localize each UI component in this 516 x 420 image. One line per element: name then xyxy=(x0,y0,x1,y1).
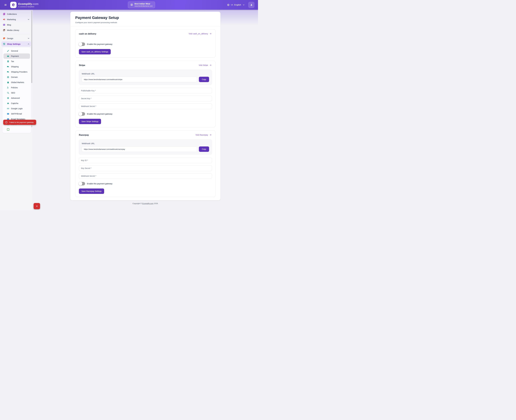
sidebar-item-label: Shipping xyxy=(11,66,19,68)
secret-key-input[interactable] xyxy=(79,96,212,101)
sidebar-item-seo[interactable]: SEO xyxy=(3,90,30,95)
enable-gateway-row: Enable this payment gateway xyxy=(79,42,112,46)
gateway-card-razorpay: Razorpay Visit Razorpay Webhook URL Copy xyxy=(75,130,216,197)
sidebar-item-media-library[interactable]: Media Library xyxy=(1,27,31,33)
square-outline-icon xyxy=(7,128,9,131)
scroll-down-arrow-icon[interactable] xyxy=(31,126,32,127)
chevron-down-icon xyxy=(27,37,30,39)
save-gateway-button[interactable]: Save Razorpay Settings xyxy=(79,188,104,194)
globe-icon xyxy=(7,76,9,78)
webhook-box: Webhook URL Copy xyxy=(79,70,212,85)
sidebar-item-label: Blog xyxy=(7,24,11,26)
store-badge[interactable]: Best Indian Wear www.bestindianwear.com xyxy=(128,1,155,8)
robot-icon xyxy=(7,102,9,105)
sidebar-item-label: Global Markets xyxy=(11,81,24,83)
enable-gateway-toggle[interactable] xyxy=(79,112,85,116)
copyright-suffix: 2026. xyxy=(153,202,158,204)
sidebar-item-marketing[interactable]: Marketing xyxy=(1,17,31,22)
webhook-url-input[interactable] xyxy=(82,77,197,82)
sidebar-item-advanced[interactable]: Advanced xyxy=(3,95,30,101)
sidebar-item-general[interactable]: General xyxy=(3,48,30,53)
sidebar-item-smtp-email[interactable]: SMTP/Email xyxy=(3,111,30,116)
sidebar-item-label: SMTP/Email xyxy=(11,113,22,115)
webhook-secret-input[interactable] xyxy=(79,104,212,109)
footer-brand-link[interactable]: Ecomplify.com xyxy=(142,202,153,204)
enable-gateway-toggle[interactable] xyxy=(79,42,85,46)
sidebar-item-label: Media Library xyxy=(7,29,19,31)
sidebar-item-shop-settings[interactable]: Shop Settings xyxy=(1,41,31,47)
chevron-down-icon xyxy=(242,3,245,6)
visit-gateway-link[interactable]: Visit cash_on_delivery xyxy=(189,32,212,35)
sidebar-item-label: Design xyxy=(7,37,13,39)
toast-close-button[interactable] xyxy=(34,203,40,209)
sidebar-item-google-login[interactable]: Google Login xyxy=(3,106,30,111)
language-label: English xyxy=(234,4,241,6)
sidebar-item-label: General xyxy=(11,50,18,52)
footer: Copyright © Ecomplify.com 2026. xyxy=(33,202,258,206)
sidebar-item-blog[interactable]: Blog xyxy=(1,22,31,27)
avatar[interactable] xyxy=(248,2,254,8)
megaphone-icon xyxy=(3,18,5,21)
credit-card-icon xyxy=(7,55,9,58)
brand: e Ecomplify.com E-commerce Simplified xyxy=(10,2,38,8)
enable-gateway-toggle[interactable] xyxy=(79,182,85,186)
brand-name: Ecomplify.com xyxy=(18,2,38,6)
enable-gateway-label: Enable this payment gateway xyxy=(87,43,112,45)
sidebar-item-global-markets[interactable]: Global Markets xyxy=(3,80,30,85)
store-url: www.bestindianwear.com xyxy=(135,5,153,7)
sidebar-item-payment[interactable]: Payment xyxy=(3,53,30,59)
sidebar-item-collections[interactable]: Collections xyxy=(1,11,31,17)
gateway-title: cash on delivery xyxy=(79,32,96,35)
copy-button[interactable]: Copy xyxy=(199,77,209,82)
alert-icon xyxy=(5,121,8,124)
sidebar-item-label: Shop Settings xyxy=(7,43,21,45)
gateway-title: Razorpay xyxy=(79,134,89,136)
enable-gateway-label: Enable this payment gateway xyxy=(87,183,112,185)
chevron-down-icon xyxy=(27,18,30,21)
copy-button[interactable]: Copy xyxy=(199,146,209,152)
sidebar-item-tax[interactable]: Tax xyxy=(3,59,30,64)
sidebar-item-policies[interactable]: Policies xyxy=(3,85,30,90)
sidebar-scrollbar-thumb[interactable] xyxy=(31,10,32,83)
arrow-right-icon xyxy=(209,134,212,136)
gateway-card-cash-on-delivery: cash on delivery Visit cash_on_delivery … xyxy=(75,29,216,58)
save-gateway-button[interactable]: Save cash_on_delivery Settings xyxy=(79,49,111,54)
main-content: Payment Gateway Setup Configure your sto… xyxy=(33,0,258,206)
webhook-url-label: Webhook URL xyxy=(82,73,209,75)
sidebar-item-label: Collections xyxy=(7,13,17,15)
image-icon xyxy=(3,29,5,31)
key-secret-input[interactable] xyxy=(79,165,212,171)
sidebar-item-captcha[interactable]: Captcha xyxy=(3,101,30,106)
storefront-icon xyxy=(130,3,133,6)
shopping-bag-icon xyxy=(7,81,9,84)
gateway-title: Stripe xyxy=(79,64,85,67)
visit-gateway-link[interactable]: Visit Razorpay xyxy=(195,134,212,136)
sidebar-item-domain[interactable]: Domain xyxy=(3,75,30,80)
webhook-url-input[interactable] xyxy=(82,146,197,152)
sidebar-item-label: Marketing xyxy=(7,18,16,21)
sidebar-item-label: Google Login xyxy=(11,107,22,110)
arrow-right-icon xyxy=(209,32,212,35)
key-id-input[interactable] xyxy=(79,158,212,163)
sidebar-item-label: Tax xyxy=(11,60,14,62)
sidebar-divider xyxy=(2,34,30,34)
webhook-url-label: Webhook URL xyxy=(82,142,209,145)
visit-gateway-link[interactable]: Visit Stripe xyxy=(199,64,212,67)
webhook-secret-input[interactable] xyxy=(79,173,212,179)
storefront-icon xyxy=(3,43,5,45)
sidebar-item-label: Domain xyxy=(11,76,18,78)
sidebar-item-label: Policies xyxy=(11,87,18,89)
sidebar: Collections Marketing Blog Media Library xyxy=(0,10,33,210)
sidebar-item-shipping-providers[interactable]: Shipping Providers xyxy=(3,69,30,75)
sidebar-item-hidden-by-toast[interactable] xyxy=(3,127,30,132)
sidebar-item-design[interactable]: Design xyxy=(1,36,31,41)
mail-icon xyxy=(7,112,9,115)
sidebar-item-shipping[interactable]: Shipping xyxy=(3,64,30,69)
enable-gateway-label: Enable this payment gateway xyxy=(87,113,112,115)
palette-icon xyxy=(3,37,5,40)
publishable-key-input[interactable] xyxy=(79,88,212,94)
language-selector[interactable]: GB English xyxy=(227,3,245,6)
menu-button[interactable] xyxy=(3,3,7,7)
save-gateway-button[interactable]: Save Stripe Settings xyxy=(79,119,101,124)
error-toast: Failed to list payment gateway xyxy=(3,120,36,125)
